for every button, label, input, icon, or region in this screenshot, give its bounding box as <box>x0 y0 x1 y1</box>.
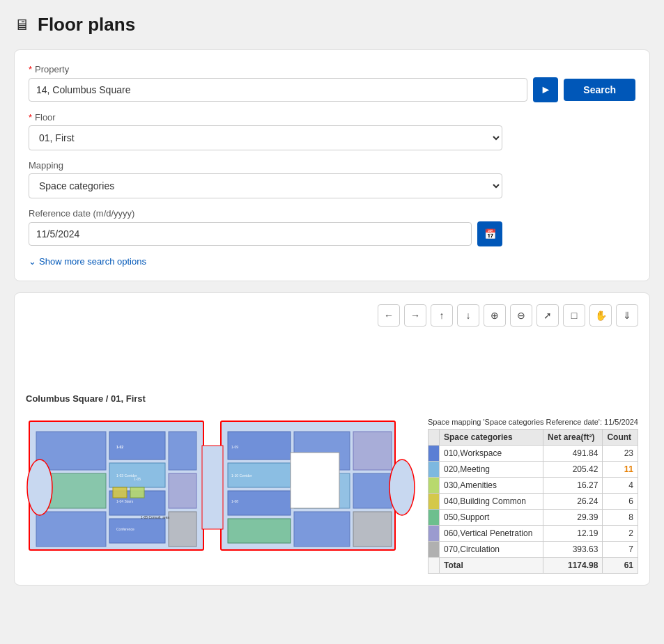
legend-row: 010,Workspace491.8423 <box>428 446 638 462</box>
nav-forward-button[interactable]: → <box>404 304 426 327</box>
svg-text:1-10 Corridor: 1-10 Corridor <box>231 473 252 478</box>
svg-text:1-05 Consult. area: 1-05 Consult. area <box>141 515 169 519</box>
legend-color-swatch <box>428 526 439 542</box>
svg-rect-26 <box>291 453 339 508</box>
legend-area: 205.42 <box>543 462 603 478</box>
legend-total-count: 61 <box>603 558 638 574</box>
legend-total-label: Total <box>439 558 543 574</box>
legend-total-area: 1174.98 <box>543 558 603 574</box>
legend-total-color <box>428 558 439 574</box>
fit-button[interactable]: ➚ <box>536 304 559 327</box>
legend-color-swatch <box>428 494 439 510</box>
legend-area: 16.27 <box>543 478 603 494</box>
nav-up-button[interactable]: ↑ <box>431 304 453 327</box>
legend-total-row: Total 1174.98 61 <box>428 558 638 574</box>
legend-category: 040,Building Common <box>439 494 543 510</box>
legend-header-area: Net area(ft²) <box>543 430 603 446</box>
floorplan-card: ← → ↑ ↓ ⊕ ⊖ ➚ □ ✋ ⇓ Columbus Square / 01… <box>14 292 650 586</box>
floor-required-star: * <box>29 112 32 123</box>
reference-date-label: Reference date (m/d/yyyy) <box>29 208 635 219</box>
svg-point-13 <box>27 460 52 515</box>
legend-title: Space mapping 'Space categories Referenc… <box>428 418 638 426</box>
svg-rect-23 <box>353 432 392 470</box>
legend-count: 8 <box>603 510 638 526</box>
legend-area: 26.24 <box>543 494 603 510</box>
legend-category: 010,Workspace <box>439 446 543 462</box>
floor-label: * Floor <box>29 112 635 123</box>
svg-rect-14 <box>113 487 127 498</box>
svg-rect-10 <box>169 432 196 470</box>
floorplan-svg[interactable]: 1-02 1-03 Corridor 1-04 Stairs Conferenc… <box>26 418 417 559</box>
floor-select[interactable]: 01, First <box>29 125 502 150</box>
legend-header-color <box>428 430 439 446</box>
mapping-group: Mapping Space categories Departments Lea… <box>29 160 635 198</box>
mapping-select[interactable]: Space categories Departments Lease <box>29 173 502 198</box>
legend-count: 11 <box>603 462 638 478</box>
legend-category: 070,Circulation <box>439 542 543 558</box>
nav-down-button[interactable]: ↓ <box>457 304 479 327</box>
svg-text:1-08: 1-08 <box>231 499 238 503</box>
legend-category: 050,Support <box>439 510 543 526</box>
property-input[interactable] <box>29 78 527 102</box>
svg-text:1-09: 1-09 <box>231 445 238 449</box>
property-arrow-button[interactable]: ► <box>533 77 558 102</box>
svg-rect-19 <box>228 519 291 543</box>
legend-color-swatch <box>428 446 439 462</box>
svg-point-27 <box>389 460 415 515</box>
page-title: Floor plans <box>38 14 135 36</box>
legend-row: 070,Circulation393.637 <box>428 542 638 558</box>
property-group: * Property ► Search <box>29 64 635 102</box>
legend-area: 491.84 <box>543 446 603 462</box>
legend-color-swatch <box>428 478 439 494</box>
floor-group: * Floor 01, First <box>29 112 635 150</box>
svg-rect-9 <box>36 512 106 547</box>
reference-date-group: Reference date (m/d/yyyy) 📅 <box>29 208 635 246</box>
property-input-row: ► Search <box>29 77 635 102</box>
legend-count: 23 <box>603 446 638 462</box>
legend-row: 020,Meeting205.4211 <box>428 462 638 478</box>
pan-button[interactable]: ✋ <box>589 304 612 327</box>
legend-category: 020,Meeting <box>439 462 543 478</box>
svg-rect-24 <box>353 473 392 508</box>
legend-count: 2 <box>603 526 638 542</box>
svg-text:1-05: 1-05 <box>134 477 141 481</box>
svg-rect-2 <box>202 446 223 529</box>
date-input-row: 📅 <box>29 221 502 246</box>
legend-row: 060,Vertical Penetration12.192 <box>428 526 638 542</box>
svg-rect-11 <box>169 473 196 508</box>
floorplan-area: 1-02 1-03 Corridor 1-04 Stairs Conferenc… <box>26 418 638 574</box>
select-button[interactable]: □ <box>563 304 585 327</box>
floorplan-toolbar: ← → ↑ ↓ ⊕ ⊖ ➚ □ ✋ ⇓ <box>26 304 638 327</box>
zoom-out-button[interactable]: ⊖ <box>510 304 532 327</box>
legend-area: 29.39 <box>543 510 603 526</box>
svg-rect-25 <box>353 512 392 547</box>
reference-date-input[interactable] <box>29 222 472 246</box>
legend-header-category: Space categories <box>439 430 543 446</box>
svg-rect-22 <box>294 512 350 547</box>
mapping-label: Mapping <box>29 160 635 171</box>
legend-count: 4 <box>603 478 638 494</box>
zoom-in-button[interactable]: ⊕ <box>484 304 506 327</box>
property-required-star: * <box>29 64 32 74</box>
legend-table: Space categories Net area(ft²) Count 010… <box>428 429 638 574</box>
legend-header-count: Count <box>603 430 638 446</box>
legend-color-swatch <box>428 462 439 478</box>
nav-back-button[interactable]: ← <box>378 304 400 327</box>
download-button[interactable]: ⇓ <box>616 304 638 327</box>
legend-color-swatch <box>428 542 439 558</box>
svg-text:1-02: 1-02 <box>116 445 123 449</box>
legend-row: 040,Building Common26.246 <box>428 494 638 510</box>
svg-rect-15 <box>130 487 144 498</box>
monitor-icon: 🖥 <box>14 16 29 34</box>
show-more-link[interactable]: ⌄ Show more search options <box>29 256 635 267</box>
legend-category: 030,Amenities <box>439 478 543 494</box>
calendar-button[interactable]: 📅 <box>477 221 502 246</box>
property-label: * Property <box>29 64 635 74</box>
legend-color-swatch <box>428 510 439 526</box>
legend-category: 060,Vertical Penetration <box>439 526 543 542</box>
legend-area: 393.63 <box>543 542 603 558</box>
chevron-down-icon: ⌄ <box>29 256 36 267</box>
search-button[interactable]: Search <box>564 79 635 101</box>
legend-row: 030,Amenities16.274 <box>428 478 638 494</box>
legend-table-wrap: Space mapping 'Space categories Referenc… <box>428 418 638 574</box>
